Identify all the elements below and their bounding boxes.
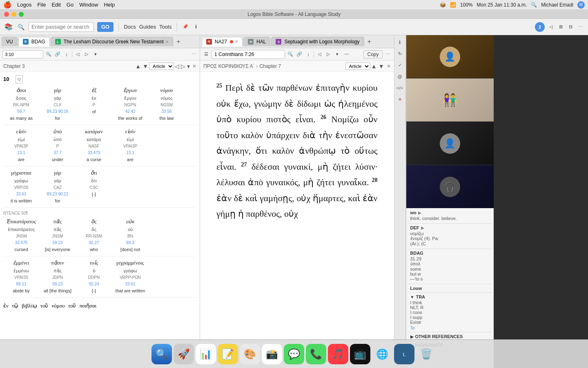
close-icon-right[interactable]: ✕ bbox=[395, 95, 404, 104]
word-pasin[interactable]: πᾶσιν πᾶς JDPN 59.23 all [the things] bbox=[40, 259, 76, 295]
menu-help[interactable]: Help bbox=[104, 2, 115, 8]
check-icon[interactable]: ✓ bbox=[395, 61, 404, 70]
word-pas1[interactable]: πᾶς πᾶς JNSM 59.23 [is] everyone bbox=[40, 218, 76, 254]
close-left-panel[interactable]: ✕ bbox=[192, 63, 196, 69]
word-gegraptai[interactable]: γέγραπται γράφω VRPI3S 33.61 it is writt… bbox=[3, 169, 39, 205]
search-icon-left[interactable]: 🔍 bbox=[45, 51, 52, 58]
tab-na27[interactable]: N NA27 ✕ bbox=[202, 37, 243, 47]
dock-logos[interactable]: L bbox=[394, 344, 414, 364]
word-nomou[interactable]: νόμου νόμος NGSM 33.55 the law bbox=[149, 86, 185, 122]
link-icon-center[interactable]: 🔗 bbox=[296, 51, 303, 58]
tab-vu[interactable]: VU bbox=[2, 37, 18, 46]
at-icon[interactable]: @ bbox=[395, 72, 404, 81]
next-nav[interactable]: ▷ bbox=[325, 51, 332, 58]
ri-wo-title[interactable]: wo ▶ bbox=[410, 210, 490, 215]
search-icon[interactable]: 🔍 bbox=[16, 22, 25, 31]
split-icon[interactable]: ⊟ bbox=[567, 23, 574, 31]
scroll-icon[interactable]: ↕ bbox=[63, 51, 70, 58]
maximize-button[interactable] bbox=[19, 12, 24, 17]
menu-logos[interactable]: Logos bbox=[17, 2, 31, 8]
search-icon-center[interactable]: 🔍 bbox=[287, 51, 294, 58]
guides-link[interactable]: Guides bbox=[139, 24, 156, 30]
ri-bdag-title[interactable]: BDAG bbox=[410, 251, 490, 256]
dock-finder[interactable]: 🔍 bbox=[151, 344, 172, 364]
prev-nav[interactable]: ◁ bbox=[316, 51, 323, 58]
dock-safari[interactable]: 🌐 bbox=[372, 344, 392, 364]
dock-tv[interactable]: 📺 bbox=[350, 344, 370, 364]
ri-tra-title[interactable]: ▼ TRA bbox=[410, 294, 490, 299]
dropdown-nav[interactable]: ▾ bbox=[334, 51, 341, 58]
dock-photos[interactable]: 📸 bbox=[262, 344, 282, 364]
more-options[interactable]: ⋯ bbox=[190, 51, 197, 58]
word-ex[interactable]: ἐξ ἐκ P of bbox=[76, 86, 112, 122]
up-arrow[interactable]: ▲ bbox=[134, 63, 142, 70]
close-button[interactable] bbox=[4, 12, 9, 17]
search-icon[interactable]: 🔍 bbox=[531, 2, 537, 8]
word-hos[interactable]: ὃς ὅς RR-NSM 92.27 who bbox=[76, 218, 112, 254]
copy-button[interactable]: Copy bbox=[363, 50, 382, 58]
prev-arrow[interactable]: ◁ bbox=[74, 51, 81, 58]
pin-icon[interactable]: 📌 bbox=[182, 23, 189, 31]
info-icon[interactable]: ℹ bbox=[192, 23, 200, 31]
more-center[interactable]: ⋯ bbox=[384, 51, 392, 58]
word-gar2[interactable]: γάρ γάρ CAZ 89.23 90.21 for bbox=[40, 169, 76, 205]
word-kataran[interactable]: κατάραν κατάρα NASF 33.473 a curse bbox=[76, 128, 112, 164]
word-eisin2[interactable]: εἰσίν εἰμί VPAI3P 13.1 are bbox=[112, 128, 148, 164]
panel-menu-icon[interactable]: ☰ bbox=[203, 51, 210, 58]
word-eisin1[interactable]: εἰσίν εἰμί VPAI3P 13.1 are bbox=[3, 128, 39, 164]
article-prev[interactable]: ◁ bbox=[174, 63, 180, 70]
close-lexham-tab[interactable]: ✕ bbox=[165, 40, 169, 44]
add-tab-button[interactable]: + bbox=[174, 37, 183, 46]
dock-messages[interactable]: 💬 bbox=[284, 344, 304, 364]
tab-lexham[interactable]: L The Lexham Discourse Greek New Testame… bbox=[51, 37, 173, 46]
scroll-sync-icon[interactable]: ↕ bbox=[305, 51, 312, 58]
word-epikataratros[interactable]: Ἐπικατάρατος ἐπικατάρατος JNSM 33.475 cu… bbox=[3, 218, 39, 254]
article-dropdown[interactable]: ▾ bbox=[186, 63, 191, 70]
word-ergon[interactable]: ἔργων ἔργον NGPN 42.42 the works of bbox=[112, 86, 148, 122]
library-icon[interactable]: 📚 bbox=[4, 22, 13, 31]
close-center-panel[interactable]: ✕ bbox=[387, 63, 391, 69]
word-hosoi[interactable]: ὅσοι ὅσος RK-NPM 59.7 as many as bbox=[3, 86, 39, 122]
tab-bdag[interactable]: B BDAG bbox=[18, 37, 50, 47]
word-ouk[interactable]: οὐκ οὐ BN 69.3 [does] not bbox=[112, 218, 148, 254]
back-icon[interactable]: ◁ bbox=[547, 23, 555, 31]
dock-paint[interactable]: 🎨 bbox=[240, 344, 260, 364]
word-hypo[interactable]: ὑπò ὑπό P 37.7 under bbox=[40, 128, 76, 164]
down-arrow[interactable]: ▼ bbox=[142, 63, 149, 70]
dock-trash[interactable]: 🗑️ bbox=[416, 344, 437, 364]
search-input[interactable] bbox=[29, 22, 94, 32]
menu-window[interactable]: Window bbox=[79, 2, 98, 8]
tab-hal[interactable]: H HAL bbox=[243, 37, 270, 46]
center-down[interactable]: ▼ bbox=[378, 63, 385, 70]
word-hoti[interactable]: ὅτι ὅτι CSC [-] bbox=[76, 169, 112, 205]
wave-icon[interactable]: 〰 bbox=[343, 51, 350, 58]
passage-search-input[interactable] bbox=[212, 50, 285, 59]
article-select[interactable]: Article bbox=[149, 63, 174, 70]
info-panel-icon[interactable]: ℹ bbox=[395, 38, 404, 47]
ri-other-title[interactable]: ▶ OTHER REFERENCES bbox=[410, 334, 490, 339]
menu-go[interactable]: Go bbox=[67, 2, 74, 8]
menu-edit[interactable]: Edit bbox=[51, 2, 60, 8]
dock-notes[interactable]: 📝 bbox=[218, 344, 238, 364]
dock-activity[interactable]: 📊 bbox=[196, 344, 216, 364]
article-next[interactable]: ▷ bbox=[180, 63, 186, 70]
add-center-tab-button[interactable]: + bbox=[365, 37, 374, 46]
layout-icon[interactable]: ⊞ bbox=[557, 23, 564, 31]
passage-input[interactable] bbox=[2, 50, 43, 58]
center-up[interactable]: ▲ bbox=[370, 63, 378, 70]
close-na27-tab[interactable]: ✕ bbox=[235, 39, 238, 44]
menu-file[interactable]: File bbox=[37, 2, 46, 8]
tra-more-link[interactable]: Te bbox=[410, 325, 490, 330]
tools-link[interactable]: Tools bbox=[159, 24, 172, 30]
go-button[interactable]: GO bbox=[97, 22, 114, 32]
next-arrow[interactable]: ▷ bbox=[83, 51, 90, 58]
dock-launchpad[interactable]: 🚀 bbox=[174, 344, 194, 364]
dock-phone[interactable]: 📞 bbox=[306, 344, 326, 364]
center-content[interactable]: 25 Περὶ δὲ τῶν παρθένων ἐπιταγὴν κυρίου … bbox=[200, 72, 394, 368]
ri-def-title[interactable]: DEF ▶ bbox=[410, 225, 490, 230]
link-icon[interactable]: 🔗 bbox=[54, 51, 61, 58]
ri-louw-title[interactable]: Louw bbox=[410, 286, 490, 291]
dock-music[interactable]: 🎵 bbox=[328, 344, 348, 364]
word-tois[interactable]: τοῖς ὁ DDPN 92.24 [-] bbox=[76, 259, 112, 295]
code-icon[interactable]: </> bbox=[395, 83, 404, 92]
